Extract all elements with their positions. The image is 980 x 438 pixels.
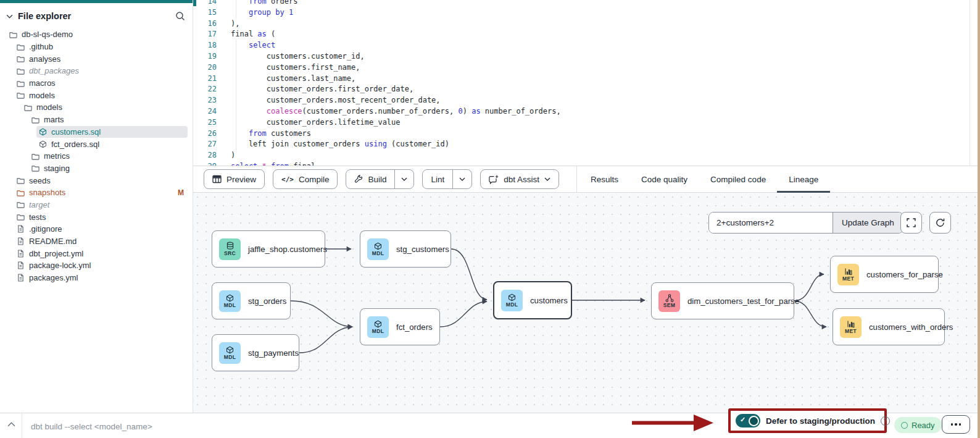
- code-editor[interactable]: 14 from orders15 group by 116),17final a…: [193, 0, 980, 166]
- line-number: 17: [193, 29, 217, 40]
- chevron-down-icon[interactable]: [6, 14, 13, 19]
- tree-item-analyses[interactable]: analyses: [14, 53, 188, 65]
- tree-item-dbt_project.yml[interactable]: dbt_project.yml: [14, 247, 188, 259]
- code-line-24: 24 coalesce(customer_orders.number_of_or…: [193, 106, 561, 117]
- tree-item-label: metrics: [44, 151, 70, 161]
- check-icon: ✓: [740, 416, 745, 423]
- folder-icon: [16, 213, 25, 221]
- tree-item-label: macros: [29, 78, 56, 88]
- node-label: customers_with_orders: [869, 322, 953, 332]
- tree-item-snapshots[interactable]: snapshotsM: [14, 187, 188, 199]
- refresh-button[interactable]: [929, 212, 951, 234]
- tree-item-macros[interactable]: macros: [14, 77, 188, 90]
- tab-results[interactable]: Results: [591, 166, 618, 192]
- tree-item-label: package-lock.yml: [29, 261, 91, 270]
- build-button[interactable]: Build: [346, 170, 394, 188]
- folder-icon: [31, 164, 39, 172]
- dbt-command-input[interactable]: [30, 417, 378, 436]
- line-number: 21: [193, 74, 217, 85]
- tree-item-README.md[interactable]: README.md: [14, 235, 188, 248]
- refresh-icon: [936, 218, 945, 227]
- node-label: stg_orders: [248, 297, 286, 306]
- lineage-canvas[interactable]: SRCjaffle_shop.customersMDLstg_customers…: [193, 193, 978, 413]
- lineage-node-customers_with_orders[interactable]: METcustomers_with_orders: [833, 308, 945, 345]
- lineage-node-customers[interactable]: MDLcustomers: [493, 281, 572, 319]
- build-label: Build: [368, 175, 386, 184]
- build-dropdown-caret[interactable]: [394, 170, 413, 188]
- dbt-cloud-ide: File explorer db-sl-qs-demo.githubanalys…: [0, 0, 980, 438]
- tree-item-label: target: [29, 200, 49, 209]
- code-line-17: 17final as (: [193, 29, 561, 40]
- tree-item-customers.sql[interactable]: customers.sql: [36, 126, 188, 138]
- lineage-node-customers_for_parse[interactable]: METcustomers_for_parse: [830, 256, 939, 293]
- code-line-18: 18 select: [193, 40, 561, 51]
- tree-item-target[interactable]: target: [14, 199, 188, 211]
- node-label: stg_payments: [248, 348, 299, 358]
- line-number: 27: [193, 139, 217, 150]
- lineage-node-fct_orders[interactable]: MDLfct_orders: [360, 308, 440, 345]
- code-line-22: 22 customer_orders.first_order_date,: [193, 84, 561, 95]
- line-number: 28: [193, 150, 217, 161]
- tree-item-fct_orders.sql[interactable]: fct_orders.sql: [36, 138, 188, 150]
- node-label: stg_customers: [396, 245, 449, 254]
- tab-lineage[interactable]: Lineage: [789, 166, 818, 192]
- file-icon: [16, 274, 25, 282]
- tab-compiled-code[interactable]: Compiled code: [710, 166, 766, 192]
- tree-item-staging[interactable]: staging: [29, 162, 188, 175]
- tree-item-packages.yml[interactable]: packages.yml: [14, 272, 188, 284]
- editor-scrollbar-track[interactable]: [970, 0, 970, 166]
- chevron-up-icon[interactable]: [7, 422, 15, 427]
- tree-item-metrics[interactable]: metrics: [29, 150, 188, 162]
- tree-item-models[interactable]: models: [14, 89, 188, 101]
- line-number: 14: [193, 0, 217, 7]
- more-options-button[interactable]: [942, 415, 970, 434]
- model-cube-icon: MDL: [219, 342, 241, 364]
- model-cube-icon: MDL: [367, 238, 389, 260]
- tree-item-db-sl-qs-demo[interactable]: db-sl-qs-demo: [7, 28, 188, 41]
- folder-icon: [16, 91, 25, 99]
- tree-item-label: snapshots: [29, 188, 65, 197]
- lint-button[interactable]: Lint: [423, 170, 452, 188]
- lineage-node-dim_customers_test_for_parse[interactable]: SEMdim_customers_test_for_parse: [651, 282, 794, 319]
- line-number: 22: [193, 84, 217, 95]
- lineage-node-stg_orders[interactable]: MDLstg_orders: [212, 282, 291, 319]
- tree-item-dbt_packages[interactable]: dbt_packages: [14, 65, 188, 77]
- lineage-node-stg_customers[interactable]: MDLstg_customers: [360, 230, 451, 267]
- code-line-26: 26 from customers: [193, 128, 561, 140]
- lineage-node-jaffle_shop.customers[interactable]: SRCjaffle_shop.customers: [212, 230, 325, 267]
- tree-item-marts[interactable]: marts: [29, 114, 188, 126]
- help-icon[interactable]: ?: [881, 416, 890, 426]
- line-number: 18: [193, 40, 217, 51]
- lineage-node-stg_payments[interactable]: MDLstg_payments: [212, 334, 299, 371]
- ready-label: Ready: [911, 421, 935, 430]
- tree-item-label: analyses: [29, 54, 60, 64]
- compile-button[interactable]: </> Compile: [273, 169, 338, 189]
- code-line-29: 29select * from final: [193, 161, 561, 166]
- tree-item-.gitignore[interactable]: .gitignore: [14, 223, 188, 235]
- node-label: customers_for_parse: [866, 270, 943, 279]
- tree-item-label: staging: [44, 164, 70, 173]
- tree-item-tests[interactable]: tests: [14, 211, 188, 223]
- tree-item-label: seeds: [29, 176, 51, 185]
- fullscreen-button[interactable]: [900, 212, 922, 234]
- defer-toggle[interactable]: ✓: [736, 414, 760, 427]
- line-number: 19: [193, 51, 217, 62]
- lineage-selector-input[interactable]: [709, 213, 833, 233]
- file-explorer-panel: File explorer db-sl-qs-demo.githubanalys…: [0, 0, 193, 413]
- node-label: jaffle_shop.customers: [248, 245, 327, 254]
- dbt-assist-button[interactable]: dbt Assist: [480, 169, 559, 189]
- tree-item-.github[interactable]: .github: [14, 41, 188, 53]
- update-graph-button[interactable]: Update Graph: [833, 213, 903, 233]
- build-button-group: Build: [346, 169, 414, 189]
- file-icon: [16, 261, 25, 269]
- tab-code-quality[interactable]: Code quality: [641, 166, 687, 192]
- tree-item-models[interactable]: models: [22, 101, 188, 114]
- editor-toolbar: Preview </> Compile Build Lint: [193, 166, 980, 193]
- ready-status-badge: Ready: [894, 417, 942, 433]
- tree-item-seeds[interactable]: seeds: [14, 174, 188, 187]
- metric-chart-icon: MET: [837, 264, 859, 285]
- preview-button[interactable]: Preview: [204, 169, 265, 189]
- lint-dropdown-caret[interactable]: [452, 170, 471, 188]
- search-icon[interactable]: [175, 11, 185, 21]
- tree-item-package-lock.yml[interactable]: package-lock.yml: [14, 259, 188, 272]
